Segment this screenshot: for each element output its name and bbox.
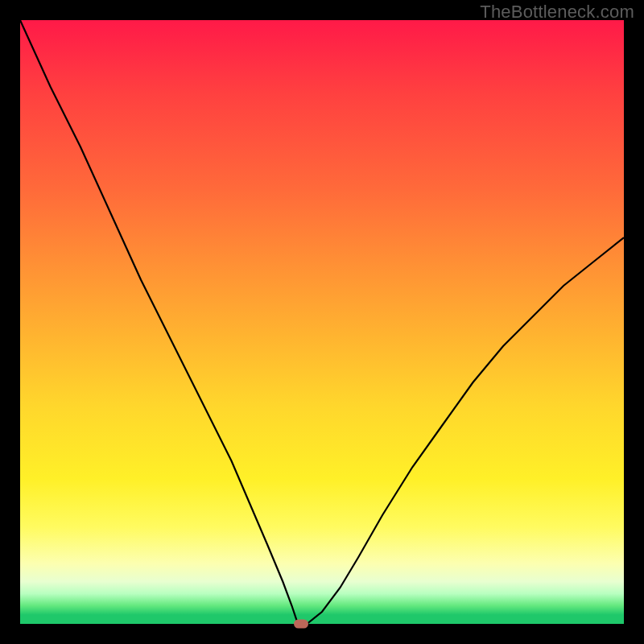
- plot-area: [20, 20, 624, 624]
- optimal-marker: [294, 620, 308, 629]
- chart-svg: [20, 20, 624, 624]
- chart-container: TheBottleneck.com: [0, 0, 644, 644]
- bottleneck-curve: [20, 20, 624, 624]
